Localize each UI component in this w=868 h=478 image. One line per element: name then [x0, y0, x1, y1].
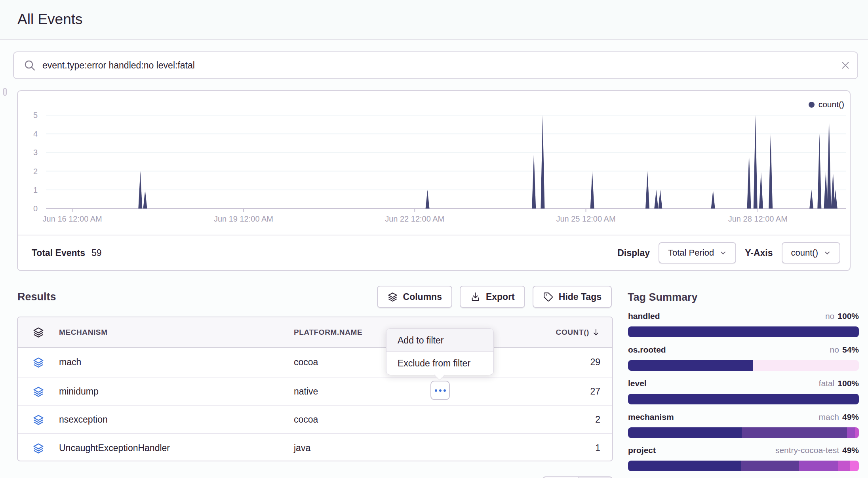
tag-bar-segment [799, 461, 838, 471]
tag-bar-segment [741, 461, 799, 471]
tag-bar-segment [628, 461, 741, 471]
search-icon [23, 59, 36, 72]
tag-name: mechanism [628, 412, 674, 422]
events-chart-panel: count() Total Events 59 Display Total Pe… [17, 90, 851, 271]
tag-bar-segment [628, 394, 859, 404]
tag-bar-mechanism[interactable] [628, 427, 859, 438]
cell-count[interactable]: 29 [590, 348, 600, 376]
y-axis-label: 2 [18, 166, 38, 177]
hide-tags-button-label: Hide Tags [559, 292, 602, 302]
tag-top-value: no54% [830, 345, 859, 355]
table-row[interactable]: mach cocoa 29 [18, 348, 612, 377]
columns-layers-icon[interactable] [32, 326, 44, 340]
tag-bar-segment [628, 427, 742, 438]
tag-label-row: level fatal100% [628, 377, 859, 389]
results-heading: Results [17, 286, 56, 308]
stack-icon [32, 386, 44, 399]
cell-count[interactable]: 1 [595, 434, 600, 462]
page-header: All Events [0, 0, 868, 40]
column-header-platform-name[interactable]: PLATFORM.NAME [294, 317, 362, 347]
cell-mechanism[interactable]: minidump [59, 377, 99, 405]
tag-top-value: sentry-cocoa-test49% [775, 446, 859, 455]
cell-platform[interactable]: java [294, 434, 310, 462]
tag-bar-segment [847, 427, 855, 438]
cell-count[interactable]: 2 [595, 406, 600, 433]
columns-button[interactable]: Columns [377, 286, 452, 308]
cell-mechanism[interactable]: UncaughtExceptionHandler [59, 434, 170, 462]
chart-spike [711, 190, 715, 209]
menu-item-add-to-filter[interactable]: Add to filter [386, 329, 493, 352]
legend-dot [809, 102, 815, 108]
export-button-label: Export [486, 292, 515, 302]
cell-platform[interactable]: cocoa [294, 406, 318, 433]
cell-actions-button[interactable] [430, 381, 450, 400]
clear-search-button[interactable] [834, 53, 857, 77]
tag-bar-handled[interactable] [628, 326, 859, 337]
tag-bar-segment [628, 360, 753, 371]
search-bar [13, 51, 858, 79]
total-events-label: Total Events [32, 248, 85, 258]
y-axis-label: 5 [18, 110, 38, 121]
tag-summary-heading: Tag Summary [628, 291, 698, 303]
cell-actions-menu: Add to filter Exclude from filter [386, 328, 494, 375]
page-title: All Events [17, 0, 83, 39]
chevron-down-icon [824, 249, 831, 256]
columns-button-label: Columns [403, 292, 442, 302]
column-header-count[interactable]: COUNT() [556, 317, 600, 347]
y-axis-label: 1 [18, 184, 38, 195]
x-icon [840, 60, 851, 70]
events-chart[interactable] [46, 114, 846, 212]
chart-spike [532, 152, 536, 209]
results-table: MECHANISM PLATFORM.NAME COUNT() mach coc… [17, 317, 613, 461]
tag-bar-segment [850, 461, 859, 471]
x-axis-label: Jun 16 12:00 AM [43, 214, 102, 224]
results-toolbar: Columns Export Hide Tags [377, 286, 612, 308]
search-input[interactable] [42, 53, 834, 77]
y-axis-label: 3 [18, 147, 38, 158]
table-row[interactable]: UncaughtExceptionHandler java 1 [18, 433, 612, 462]
tag-bar-level[interactable] [628, 394, 859, 404]
total-events: Total Events 59 [32, 235, 102, 271]
tag-bar-segment [855, 427, 859, 438]
y-axis-label: 0 [18, 203, 38, 214]
x-axis-label: Jun 19 12:00 AM [214, 214, 273, 224]
pagination-buttons[interactable] [542, 476, 613, 478]
tag-label-row: project sentry-cocoa-test49% [628, 444, 859, 456]
display-label: Display [617, 248, 650, 258]
chart-controls: Display Total Period Y-Axis count() [617, 235, 840, 271]
tag-bar-segment [753, 360, 859, 371]
column-header-mechanism[interactable]: MECHANISM [59, 317, 108, 347]
tag-label-row: os.rooted no54% [628, 344, 859, 356]
x-axis-label: Jun 25 12:00 AM [556, 214, 615, 224]
chevron-down-icon [720, 249, 727, 256]
tag-bar-os-rooted[interactable] [628, 360, 859, 371]
yaxis-dropdown-value: count() [791, 248, 818, 258]
display-dropdown[interactable]: Total Period [659, 242, 736, 264]
tag-icon [543, 292, 554, 302]
cell-platform[interactable]: cocoa [294, 348, 318, 376]
chart-spike [827, 115, 831, 209]
chart-spike [143, 190, 147, 209]
stack-icon [32, 357, 44, 370]
chart-legend[interactable]: count() [809, 100, 844, 109]
tag-name: os.rooted [628, 345, 666, 355]
yaxis-dropdown[interactable]: count() [782, 242, 840, 264]
cell-platform[interactable]: native [294, 377, 318, 405]
sort-desc-icon [592, 328, 600, 337]
export-button[interactable]: Export [460, 286, 525, 308]
y-axis-label: 4 [18, 128, 38, 139]
panel-drag-handle[interactable] [3, 88, 7, 96]
total-events-value: 59 [91, 248, 102, 258]
tag-top-value: mach49% [819, 412, 859, 422]
chart-spike [654, 190, 658, 209]
tag-top-value: no100% [825, 311, 859, 321]
chart-spike [658, 190, 662, 209]
cell-mechanism[interactable]: mach [59, 348, 81, 376]
cell-count[interactable]: 27 [590, 377, 600, 405]
tag-bar-project[interactable] [628, 461, 859, 471]
table-row[interactable]: minidump native 27 [18, 377, 612, 405]
hide-tags-button[interactable]: Hide Tags [533, 286, 612, 308]
download-icon [470, 292, 481, 302]
cell-mechanism[interactable]: nsexception [59, 406, 108, 433]
table-row[interactable]: nsexception cocoa 2 [18, 405, 612, 433]
